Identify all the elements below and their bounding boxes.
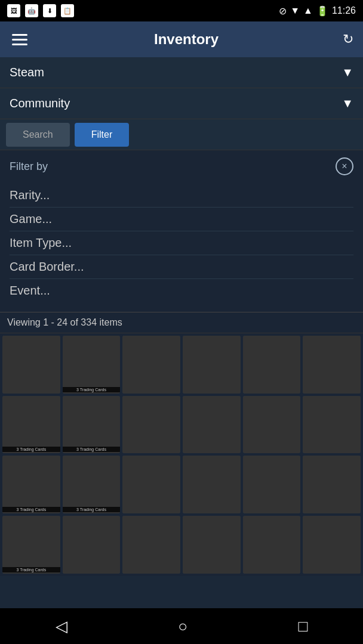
grid-item[interactable] [2, 336, 60, 394]
item-thumbnail: 3 Trading Cards [63, 456, 121, 513]
item-thumbnail [183, 456, 241, 513]
community-arrow: ▼ [342, 97, 353, 110]
item-thumbnail [243, 396, 301, 454]
item-thumbnail [2, 336, 60, 394]
filter-tab[interactable]: Filter [75, 123, 130, 147]
item-thumbnail [243, 336, 301, 394]
item-thumbnail: 3 Trading Cards [63, 336, 121, 394]
grid-item[interactable]: 3 Trading Cards [2, 456, 60, 513]
platform-label: Steam [10, 66, 44, 79]
item-count-text: Viewing 1 - 24 of 334 items [7, 317, 122, 327]
grid-item[interactable] [303, 516, 361, 574]
filter-card-border[interactable]: Card Border... [10, 255, 353, 279]
grid-item[interactable] [63, 516, 121, 574]
image-icon: 🖼 [7, 4, 20, 17]
item-thumbnail [122, 336, 180, 394]
item-count: Viewing 1 - 24 of 334 items [0, 312, 363, 333]
item-badge: 3 Trading Cards [63, 447, 121, 452]
grid-item[interactable] [243, 336, 301, 394]
grid-item[interactable] [183, 456, 241, 513]
item-thumbnail: 3 Trading Cards [2, 456, 60, 513]
grid-item[interactable] [183, 336, 241, 394]
grid-item[interactable] [243, 456, 301, 513]
filter-item-type[interactable]: Item Type... [10, 231, 353, 255]
grid-item[interactable] [243, 516, 301, 574]
tab-row: Search Filter [0, 119, 363, 150]
time-display: 11:26 [332, 5, 356, 16]
item-thumbnail: 3 Trading Cards [2, 396, 60, 454]
download-icon: ⬇ [43, 4, 56, 17]
header: Inventory ↻ [0, 21, 363, 57]
grid-item[interactable]: 3 Trading Cards [2, 516, 60, 574]
search-tab[interactable]: Search [6, 123, 70, 147]
item-thumbnail [122, 396, 180, 454]
no-disturb-icon: ⊘ [279, 5, 287, 17]
clipboard-icon: 📋 [61, 4, 74, 17]
grid-item[interactable] [122, 336, 180, 394]
filter-game[interactable]: Game... [10, 208, 353, 231]
grid-item[interactable] [122, 456, 180, 513]
community-dropdown[interactable]: Community ▼ [0, 88, 363, 119]
back-button[interactable]: ◁ [56, 617, 67, 636]
item-thumbnail [303, 396, 361, 454]
grid-item[interactable]: 3 Trading Cards [63, 456, 121, 513]
page-title: Inventory [154, 31, 219, 48]
grid-item[interactable]: 3 Trading Cards [63, 396, 121, 454]
item-thumbnail [183, 336, 241, 394]
item-thumbnail [243, 516, 301, 574]
item-thumbnail [303, 516, 361, 574]
filter-by-label: Filter by [10, 160, 48, 173]
item-thumbnail [183, 396, 241, 454]
item-badge: 3 Trading Cards [2, 507, 60, 512]
filter-header: Filter by × [10, 157, 353, 175]
recents-button[interactable]: □ [299, 617, 308, 636]
status-icons-right: ⊘ ▼ ▲ 🔋 11:26 [279, 5, 356, 17]
platform-arrow: ▼ [342, 66, 353, 79]
item-thumbnail [122, 516, 180, 574]
item-thumbnail [243, 456, 301, 513]
grid-item[interactable] [243, 396, 301, 454]
grid-item[interactable]: 3 Trading Cards [2, 396, 60, 454]
grid-item[interactable] [183, 396, 241, 454]
filter-close-button[interactable]: × [336, 157, 353, 175]
item-thumbnail: 3 Trading Cards [63, 396, 121, 454]
item-thumbnail [122, 456, 180, 513]
status-bar: 🖼 🤖 ⬇ 📋 ⊘ ▼ ▲ 🔋 11:26 [0, 0, 363, 21]
item-badge: 3 Trading Cards [2, 567, 60, 572]
community-label: Community [10, 97, 70, 110]
item-thumbnail [303, 336, 361, 394]
filter-rarity[interactable]: Rarity... [10, 184, 353, 208]
grid-item[interactable]: 3 Trading Cards [63, 336, 121, 394]
home-button[interactable]: ○ [178, 617, 187, 636]
filter-panel: Filter by × Rarity... Game... Item Type.… [0, 150, 363, 312]
item-thumbnail [63, 516, 121, 574]
battery-icon: 🔋 [316, 5, 328, 17]
signal-icon: ▲ [303, 5, 313, 16]
item-badge: 3 Trading Cards [2, 447, 60, 452]
grid-item[interactable] [303, 336, 361, 394]
wifi-icon: ▼ [290, 5, 300, 16]
item-thumbnail: 3 Trading Cards [2, 516, 60, 574]
android-icon: 🤖 [25, 4, 38, 17]
item-thumbnail [183, 516, 241, 574]
hamburger-menu[interactable] [10, 32, 30, 48]
status-icons-left: 🖼 🤖 ⬇ 📋 [7, 4, 74, 17]
item-thumbnail [303, 456, 361, 513]
grid-item[interactable] [183, 516, 241, 574]
refresh-button[interactable]: ↻ [343, 32, 353, 47]
filter-event[interactable]: Event... [10, 279, 353, 302]
bottom-nav: ◁ ○ □ [0, 608, 363, 644]
platform-dropdown[interactable]: Steam ▼ [0, 57, 363, 88]
grid-item[interactable] [122, 516, 180, 574]
inventory-grid: 3 Trading Cards3 Trading Cards3 Trading … [0, 333, 363, 576]
grid-item[interactable] [122, 396, 180, 454]
item-badge: 3 Trading Cards [63, 387, 121, 392]
grid-item[interactable] [303, 396, 361, 454]
grid-item[interactable] [303, 456, 361, 513]
item-badge: 3 Trading Cards [63, 507, 121, 512]
